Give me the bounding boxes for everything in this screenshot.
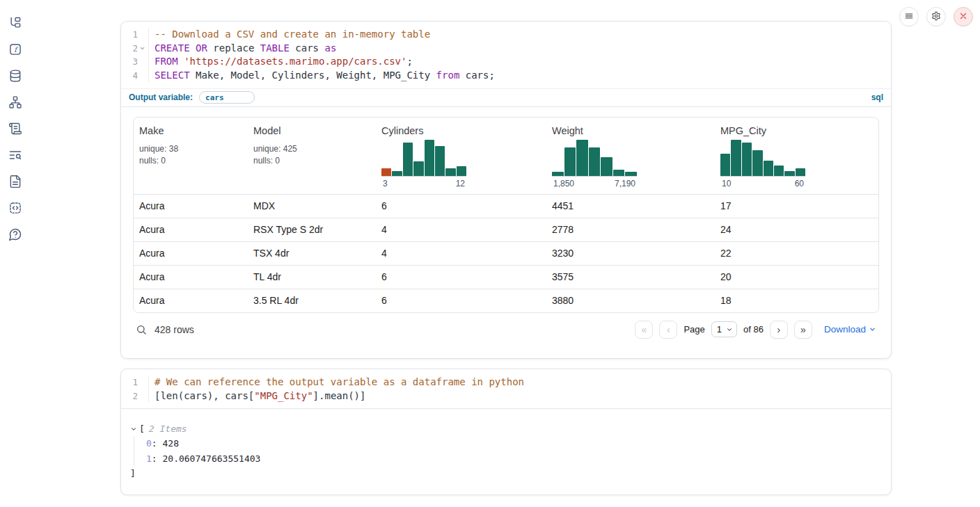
sidebar-item-dependency-graph[interactable] — [8, 95, 23, 110]
column-title[interactable]: Make — [139, 125, 242, 136]
last-page-button[interactable]: » — [794, 321, 812, 339]
column-title[interactable]: Cylinders — [381, 125, 541, 136]
histogram-bar[interactable] — [764, 161, 773, 176]
code-line[interactable]: 4SELECT Make, Model, Cylinders, Weight, … — [121, 69, 891, 83]
axis-min-label: 10 — [722, 179, 731, 188]
line-number: 2 — [132, 42, 138, 56]
menu-button[interactable] — [899, 7, 919, 26]
sidebar-item-datasources[interactable] — [8, 68, 23, 83]
sql-cell-toolbar: Output variable: sql — [121, 88, 891, 107]
column-stats: unique: 425nulls: 0 — [253, 143, 370, 167]
histogram-bar[interactable] — [601, 157, 612, 176]
table-cell: 17 — [715, 195, 878, 218]
sidebar-item-scroll-logs[interactable] — [8, 121, 23, 136]
settings-button[interactable] — [926, 7, 946, 26]
histogram-bar[interactable] — [576, 140, 588, 176]
histogram-bar[interactable] — [731, 140, 741, 176]
histogram-bar[interactable] — [784, 171, 794, 176]
code-line[interactable]: 2CREATE OR replace TABLE cars as — [121, 42, 891, 56]
histogram-bar[interactable] — [381, 168, 391, 176]
histogram-bar[interactable] — [435, 146, 445, 176]
download-button[interactable]: Download — [824, 324, 876, 335]
sidebar-item-documentation[interactable] — [8, 174, 23, 189]
line-number: 3 — [132, 55, 138, 69]
line-gutter: 1 — [121, 28, 149, 42]
language-badge[interactable]: sql — [871, 92, 883, 102]
output-variable-input[interactable] — [199, 91, 255, 104]
histogram-bar[interactable] — [796, 168, 805, 176]
table-row[interactable]: AcuraTSX 4dr4323022 — [134, 241, 878, 265]
histogram-bar[interactable] — [774, 166, 784, 176]
table-row[interactable]: AcuraMDX6445117 — [134, 194, 878, 218]
fold-chevron-icon[interactable] — [138, 45, 146, 51]
histogram-bar[interactable] — [564, 147, 576, 176]
table-cell: 6 — [376, 289, 546, 312]
datasources-icon — [8, 69, 22, 83]
histogram-bar[interactable] — [625, 172, 637, 176]
histogram-bar[interactable] — [720, 154, 730, 176]
sidebar-item-functions[interactable]: f — [8, 42, 23, 57]
tree-collapse-icon[interactable] — [130, 426, 137, 433]
output-variable-label: Output variable: — [129, 92, 193, 102]
line-gutter: 1 — [121, 376, 149, 389]
page-total-label: of 86 — [743, 324, 764, 335]
tree-entry: 0: 428 — [146, 436, 879, 451]
table-cell: 20 — [715, 266, 878, 289]
table-cell: Acura — [134, 266, 248, 289]
histogram-bar[interactable] — [552, 172, 564, 176]
line-number: 1 — [132, 28, 138, 42]
histogram-bar[interactable] — [392, 171, 402, 176]
histogram-bar[interactable] — [613, 170, 625, 176]
column-histogram[interactable]: 312 — [381, 140, 466, 188]
code-line[interactable]: 2[len(cars), cars["MPG_City"].mean()] — [121, 389, 891, 403]
tree-entry: 1: 20.060747663551403 — [146, 451, 879, 467]
svg-text:f: f — [14, 46, 19, 54]
column-histogram[interactable]: 1060 — [720, 140, 805, 188]
line-number: 1 — [132, 376, 138, 389]
histogram-axis-labels: 1,8507,190 — [552, 177, 637, 188]
axis-max-label: 60 — [795, 179, 804, 188]
histogram-bars — [552, 140, 637, 177]
sidebar-item-file-tree[interactable] — [8, 15, 23, 31]
sidebar-item-help[interactable] — [8, 227, 23, 242]
previous-page-icon: ‹ — [667, 324, 670, 335]
search-icon[interactable] — [136, 324, 147, 335]
previous-page-button[interactable]: ‹ — [659, 321, 677, 339]
table-cell: Acura — [134, 242, 248, 265]
table-row[interactable]: AcuraTL 4dr6357520 — [134, 265, 878, 289]
table-row[interactable]: AcuraRSX Type S 2dr4277824 — [134, 218, 878, 241]
shutdown-button[interactable] — [954, 7, 973, 26]
code-text: # We can reference the output variable a… — [149, 376, 524, 389]
sidebar: f — [0, 0, 31, 507]
column-histogram[interactable]: 1,8507,190 — [552, 140, 637, 188]
histogram-bar[interactable] — [752, 150, 762, 176]
code-line[interactable]: 3FROM 'https://datasets.marimo.app/cars.… — [121, 55, 891, 69]
histogram-bar[interactable] — [445, 168, 455, 176]
page-select[interactable]: 1 — [711, 321, 737, 337]
histogram-bar[interactable] — [457, 166, 466, 176]
code-text: [len(cars), cars["MPG_City"].mean()] — [149, 389, 365, 403]
column-title[interactable]: MPG_City — [720, 125, 873, 136]
code-line[interactable]: 1# We can reference the output variable … — [121, 376, 891, 389]
table-cell: 4 — [376, 218, 546, 241]
table-cell: 24 — [715, 218, 878, 241]
tree-entry-value: : 20.060747663551403 — [152, 453, 261, 464]
histogram-bar[interactable] — [425, 140, 434, 176]
table-row[interactable]: Acura3.5 RL 4dr6388018 — [134, 289, 878, 312]
sql-code-editor[interactable]: 1-- Download a CSV and create an in-memo… — [121, 22, 891, 88]
notebook-actions — [899, 7, 973, 26]
histogram-bar[interactable] — [589, 147, 601, 176]
table-cell: 4451 — [546, 195, 715, 218]
histogram-bar[interactable] — [413, 161, 423, 176]
axis-min-label: 3 — [383, 179, 388, 188]
histogram-bar[interactable] — [742, 143, 752, 176]
sidebar-item-text-search[interactable] — [8, 147, 23, 163]
sidebar-item-snippets[interactable] — [8, 200, 23, 216]
code-line[interactable]: 1-- Download a CSV and create an in-memo… — [121, 28, 891, 42]
first-page-button[interactable]: « — [635, 321, 653, 339]
histogram-bar[interactable] — [403, 143, 413, 176]
column-title[interactable]: Weight — [552, 125, 709, 136]
column-title[interactable]: Model — [253, 125, 370, 136]
python-code-editor[interactable]: 1# We can reference the output variable … — [121, 369, 891, 408]
next-page-button[interactable]: › — [770, 321, 788, 339]
